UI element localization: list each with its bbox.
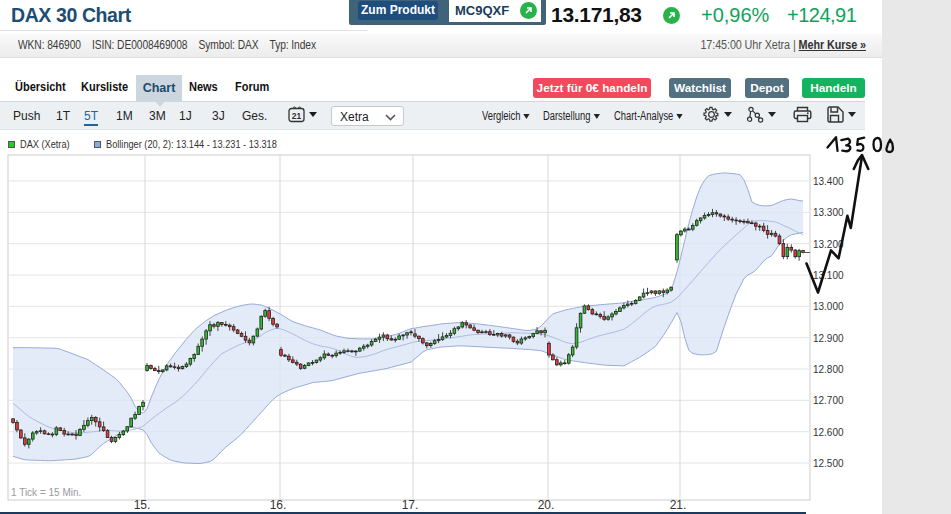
svg-text:21: 21 bbox=[292, 111, 302, 121]
svg-text:12.700: 12.700 bbox=[813, 394, 844, 406]
svg-text:21.: 21. bbox=[670, 498, 687, 512]
svg-text:12.500: 12.500 bbox=[813, 457, 844, 469]
svg-text:16.: 16. bbox=[270, 498, 287, 512]
svg-text:17.: 17. bbox=[402, 498, 419, 512]
svg-text:12.800: 12.800 bbox=[813, 363, 844, 375]
svg-text:15.: 15. bbox=[134, 498, 151, 512]
svg-text:1 Tick = 15 Min.: 1 Tick = 15 Min. bbox=[11, 487, 81, 498]
svg-text:12.900: 12.900 bbox=[813, 332, 844, 344]
svg-text:12.600: 12.600 bbox=[813, 426, 844, 438]
svg-text:20.: 20. bbox=[538, 498, 555, 512]
